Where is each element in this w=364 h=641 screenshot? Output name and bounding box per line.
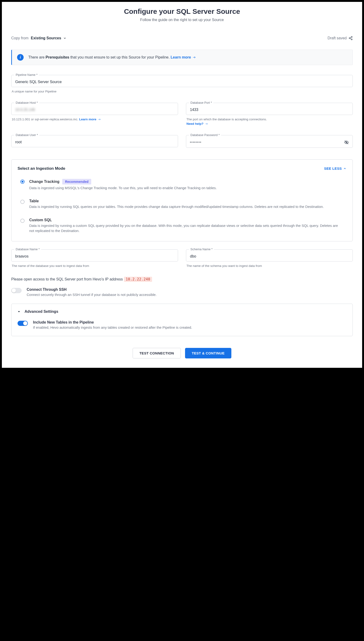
schema-name-input[interactable] — [190, 254, 349, 258]
svg-point-1 — [349, 38, 350, 39]
ingestion-panel-header: Select an Ingestion Mode SEE LESS — [18, 166, 346, 171]
db-password-field[interactable]: Database Password * •••••••• — [186, 135, 353, 148]
option-title: Custom SQL — [29, 218, 52, 222]
ingestion-panel: Select an Ingestion Mode SEE LESS Change… — [11, 159, 353, 241]
db-port-input[interactable] — [190, 108, 349, 112]
ssh-toggle[interactable] — [11, 288, 22, 293]
advanced-header[interactable]: Advanced Settings — [18, 309, 346, 314]
db-port-field[interactable]: Database Port * — [186, 103, 353, 115]
draft-saved-label: Draft saved — [328, 36, 347, 40]
include-new-desc: If enabled, Hevo automatically ingests f… — [33, 326, 192, 330]
db-port-need-help-link[interactable]: Need help? — [186, 122, 208, 126]
option-title: Table — [29, 199, 39, 203]
see-less-toggle[interactable]: SEE LESS — [324, 166, 346, 170]
need-help-label: Need help? — [186, 122, 204, 126]
option-title: Change Tracking — [29, 180, 60, 184]
db-host-input[interactable]: 10.0.25.146 — [15, 108, 35, 112]
db-user-label: Database User * — [14, 133, 39, 137]
info-learn-more-link[interactable]: Learn more — [170, 55, 196, 60]
advanced-title: Advanced Settings — [24, 309, 58, 314]
db-name-input[interactable] — [15, 254, 174, 258]
db-user-field[interactable]: Database User * — [11, 135, 178, 147]
option-desc: Data is ingested using MSSQL's Change Tr… — [29, 185, 344, 191]
pipeline-name-field[interactable]: Pipeline Name * — [11, 75, 353, 87]
db-host-help-text: 10.123.1.001 or sql-server-replica.weste… — [12, 118, 79, 121]
eye-off-icon[interactable] — [344, 140, 349, 145]
ssh-toggle-row: Connect Through SSH Connect securely thr… — [11, 287, 353, 297]
ssh-desc: Connect securely through an SSH tunnel i… — [27, 293, 156, 297]
test-continue-button[interactable]: TEST & CONTINUE — [185, 348, 231, 359]
info-prefix: There are — [28, 55, 46, 59]
ip-address-chip: 10.2.22.240 — [124, 277, 152, 282]
chevron-up-icon — [343, 167, 346, 170]
arrow-right-icon — [98, 118, 101, 121]
db-port-help: The port on which the database is accept… — [186, 117, 352, 126]
db-password-input[interactable]: •••••••• — [190, 141, 342, 144]
db-name-field[interactable]: Database Name * — [11, 249, 178, 261]
radio-button[interactable] — [20, 200, 24, 204]
radio-body: Table Data is ingested by running SQL qu… — [29, 199, 344, 209]
include-new-title: Include New Tables in the Pipeline — [33, 320, 192, 325]
db-password-label: Database Password * — [189, 133, 221, 137]
app-frame: Configure your SQL Server Source Follow … — [2, 2, 362, 368]
ingestion-option-custom-sql[interactable]: Custom SQL Data is ingested by running a… — [18, 218, 346, 234]
db-host-help: 10.123.1.001 or sql-server-replica.weste… — [12, 117, 178, 122]
radio-body: Change Tracking Recommended Data is inge… — [29, 179, 344, 191]
page-title: Configure your SQL Server Source — [11, 8, 353, 16]
pipeline-name-help: A unique name for your Pipeline — [12, 89, 352, 94]
db-name-label: Database Name * — [14, 247, 41, 251]
draft-saved: Draft saved — [328, 36, 353, 40]
include-new-body: Include New Tables in the Pipeline If en… — [33, 320, 192, 330]
svg-point-2 — [351, 39, 352, 40]
info-bold: Prerequisites — [46, 55, 69, 59]
header-row: Copy from Existing Sources Draft saved — [11, 36, 353, 40]
svg-marker-10 — [18, 311, 20, 312]
radio-button[interactable] — [20, 219, 24, 223]
info-icon: i — [17, 54, 24, 61]
copy-from: Copy from Existing Sources — [11, 36, 66, 40]
db-host-learn-more-link[interactable]: Learn more — [79, 117, 101, 122]
schema-name-label: Schema Name * — [189, 247, 214, 251]
pipeline-name-input[interactable] — [15, 80, 349, 84]
option-desc: Data is ingested by running SQL queries … — [29, 204, 344, 209]
see-less-label: SEE LESS — [324, 166, 342, 170]
copy-from-label: Copy from — [11, 36, 28, 40]
copy-from-value: Existing Sources — [31, 36, 61, 40]
radio-button[interactable] — [20, 180, 24, 184]
page-subtitle: Follow the guide on the right to set up … — [11, 18, 353, 22]
ingestion-title: Select an Ingestion Mode — [18, 166, 65, 171]
ingestion-option-change-tracking[interactable]: Change Tracking Recommended Data is inge… — [18, 179, 346, 191]
caret-down-icon — [18, 310, 20, 313]
chevron-down-icon — [63, 37, 66, 40]
info-suffix: that you must ensure to set up this Sour… — [69, 55, 170, 59]
learn-more-label: Learn more — [170, 55, 191, 60]
ssh-toggle-body: Connect Through SSH Connect securely thr… — [27, 287, 156, 297]
share-icon[interactable] — [348, 36, 353, 40]
learn-more-label: Learn more — [79, 117, 96, 122]
advanced-panel: Advanced Settings Include New Tables in … — [11, 304, 353, 336]
arrow-right-icon — [205, 122, 208, 125]
recommended-badge: Recommended — [62, 179, 91, 184]
radio-title: Table — [29, 199, 344, 203]
db-name-help: The name of the database you want to ing… — [12, 264, 178, 268]
pipeline-name-label: Pipeline Name * — [14, 73, 39, 77]
copy-from-dropdown[interactable]: Existing Sources — [31, 36, 66, 40]
svg-line-3 — [350, 37, 351, 38]
arrow-right-icon — [192, 56, 196, 59]
test-connection-button[interactable]: TEST CONNECTION — [133, 348, 181, 359]
info-banner-text: There are Prerequisites that you must en… — [28, 55, 196, 60]
ssh-title: Connect Through SSH — [27, 287, 156, 292]
info-banner: i There are Prerequisites that you must … — [11, 50, 353, 65]
radio-title: Change Tracking Recommended — [29, 179, 344, 184]
db-host-label: Database Host * — [14, 101, 39, 104]
db-user-input[interactable] — [15, 140, 174, 144]
radio-body: Custom SQL Data is ingested by running a… — [29, 218, 344, 234]
radio-title: Custom SQL — [29, 218, 344, 222]
ingestion-option-table[interactable]: Table Data is ingested by running SQL qu… — [18, 199, 346, 209]
schema-name-field[interactable]: Schema Name * — [186, 249, 353, 261]
db-host-field[interactable]: Database Host * 10.0.25.146 — [11, 103, 178, 115]
db-port-help-text: The port on which the database is accept… — [186, 117, 352, 122]
include-new-row: Include New Tables in the Pipeline If en… — [18, 320, 346, 330]
include-new-toggle[interactable] — [18, 321, 28, 326]
actions: TEST CONNECTION TEST & CONTINUE — [11, 348, 353, 359]
